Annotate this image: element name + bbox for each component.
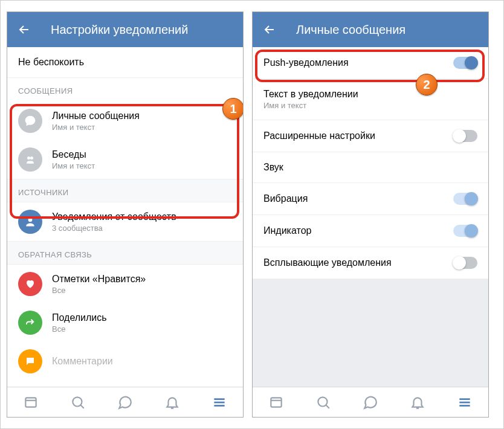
svg-point-1 <box>30 156 33 160</box>
back-arrow-icon[interactable] <box>262 22 277 37</box>
nav-bell-icon[interactable] <box>410 395 425 410</box>
svg-rect-3 <box>25 398 36 407</box>
chats-title: Беседы <box>52 149 95 160</box>
svg-point-0 <box>27 156 30 160</box>
communities-sub: 3 сообщества <box>52 224 176 233</box>
empty-area <box>253 279 488 387</box>
advanced-label: Расширенные настройки <box>263 131 375 141</box>
likes-title: Отметки «Нравится» <box>52 274 146 285</box>
text-in-notif-sub: Имя и текст <box>263 101 358 110</box>
svg-line-6 <box>80 405 83 408</box>
push-row[interactable]: Push-уведомления <box>253 47 488 79</box>
sound-label: Звук <box>263 162 283 173</box>
chat-bubble-icon <box>18 109 42 133</box>
share-icon <box>18 311 42 335</box>
comments-title: Комментарии <box>52 356 113 367</box>
shares-sub: Все <box>52 324 107 334</box>
svg-point-5 <box>73 397 82 406</box>
badge-1: 1 <box>222 98 243 120</box>
svg-point-12 <box>318 397 327 406</box>
nav-menu-icon[interactable] <box>457 395 473 410</box>
bottom-nav-left <box>7 387 243 417</box>
badge-2: 2 <box>416 74 438 95</box>
dnd-row[interactable]: Не беспокоить <box>7 47 243 78</box>
popup-label: Всплывающие уведомления <box>263 257 392 268</box>
item-likes[interactable]: Отметки «Нравится» Все <box>7 265 243 303</box>
nav-feed-icon[interactable] <box>268 395 284 410</box>
push-label: Push-уведомления <box>263 57 349 68</box>
nav-feed-icon[interactable] <box>23 395 39 410</box>
svg-line-13 <box>326 405 329 408</box>
section-messages-header: СООБЩЕНИЯ <box>7 78 243 102</box>
personal-sub: Имя и текст <box>52 123 140 132</box>
vibration-row[interactable]: Вибрация <box>253 183 488 215</box>
topbar-title-left: Настройки уведомлений <box>51 23 188 37</box>
push-toggle[interactable] <box>453 57 477 69</box>
back-arrow-icon[interactable] <box>17 22 31 37</box>
item-personal-messages[interactable]: Личные сообщения Имя и текст <box>7 102 243 140</box>
nav-search-icon[interactable] <box>315 395 331 410</box>
popup-row[interactable]: Всплывающие уведомления <box>253 247 488 279</box>
phone-left: Настройки уведомлений Не беспокоить СООБ… <box>7 11 244 418</box>
advanced-toggle[interactable] <box>453 130 477 142</box>
indicator-row[interactable]: Индикатор <box>253 215 488 247</box>
topbar-left: Настройки уведомлений <box>7 12 243 47</box>
nav-messages-icon[interactable] <box>363 395 378 410</box>
item-shares[interactable]: Поделились Все <box>7 303 243 342</box>
vibration-toggle[interactable] <box>453 193 477 205</box>
vibration-label: Вибрация <box>263 193 308 204</box>
shares-title: Поделились <box>52 312 107 323</box>
nav-menu-icon[interactable] <box>212 395 227 410</box>
topbar-right: Личные сообщения <box>253 12 488 47</box>
item-comments-partial[interactable]: Комментарии <box>7 342 243 376</box>
nav-bell-icon[interactable] <box>164 395 180 410</box>
dnd-label: Не беспокоить <box>18 57 84 68</box>
heart-icon <box>18 272 42 296</box>
personal-title: Личные сообщения <box>52 111 140 121</box>
item-communities[interactable]: Уведомления от сообществ 3 сообщества <box>7 202 243 241</box>
text-in-notif-row[interactable]: Текст в уведомлении Имя и текст <box>253 79 488 120</box>
item-chats[interactable]: Беседы Имя и текст <box>7 140 243 179</box>
section-feedback-header: ОБРАТНАЯ СВЯЗЬ <box>7 241 243 265</box>
indicator-label: Индикатор <box>263 225 311 236</box>
advanced-row[interactable]: Расширенные настройки <box>253 120 488 152</box>
group-icon <box>18 147 42 172</box>
section-sources-header: ИСТОЧНИКИ <box>7 179 243 202</box>
svg-point-2 <box>28 218 33 222</box>
comment-icon <box>18 349 42 373</box>
community-icon <box>18 210 42 234</box>
likes-sub: Все <box>52 286 146 295</box>
chats-sub: Имя и текст <box>52 161 95 170</box>
nav-search-icon[interactable] <box>70 395 86 410</box>
phone-right: Личные сообщения Push-уведомления Текст … <box>252 11 489 418</box>
topbar-title-right: Личные сообщения <box>296 23 405 37</box>
communities-title: Уведомления от сообществ <box>52 211 176 222</box>
indicator-toggle[interactable] <box>453 225 477 237</box>
popup-toggle[interactable] <box>453 257 477 269</box>
sound-row[interactable]: Звук <box>253 152 488 183</box>
text-in-notif-title: Текст в уведомлении <box>263 89 358 100</box>
svg-rect-10 <box>271 398 281 407</box>
nav-messages-icon[interactable] <box>117 395 133 410</box>
bottom-nav-right <box>253 387 488 417</box>
